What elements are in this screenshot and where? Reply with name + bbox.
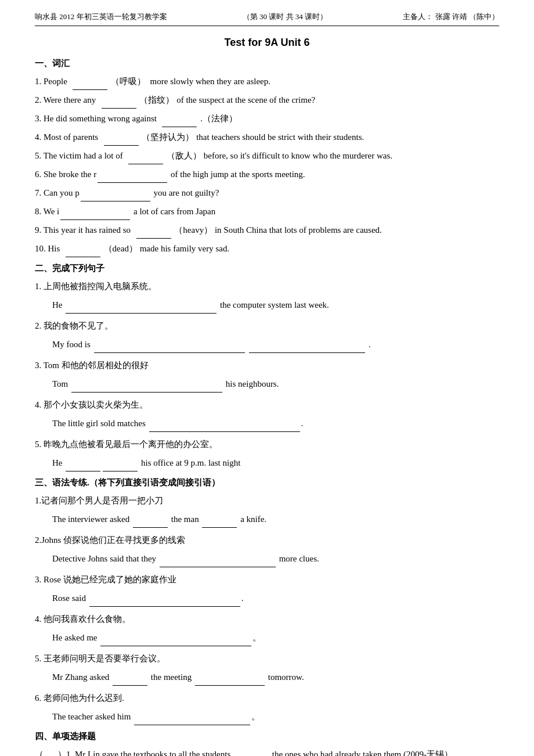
section2-title: 二、完成下列句子 xyxy=(35,263,499,274)
blank-1-1[interactable] xyxy=(73,81,107,90)
blank-2-4[interactable] xyxy=(149,423,300,432)
blank-3-4[interactable] xyxy=(100,637,251,646)
q2-3: 3. Tom 和他的邻居相处的很好 Tom his neighbours. xyxy=(35,357,499,393)
blank-3-2[interactable] xyxy=(160,558,276,567)
q1-8: 8. We i a lot of cars from Japan xyxy=(35,203,499,220)
q3-3: 3. Rose 说她已经完成了她的家庭作业 Rose said . xyxy=(35,571,499,607)
blank-1-3[interactable] xyxy=(162,118,197,127)
blank-1-8[interactable] xyxy=(60,211,130,220)
q2-2: 2. 我的食物不见了。 My food is . xyxy=(35,317,499,353)
section-vocabulary: 一、词汇 1. People （呼吸） more slowly when the… xyxy=(35,58,499,257)
q3-5: 5. 王老师问明天是否要举行会议。 Mr Zhang asked the mee… xyxy=(35,650,499,686)
q3-6: 6. 老师问他为什么迟到. The teacher asked him 。 xyxy=(35,689,499,725)
q1-7: 7. Can you p you are not guilty? xyxy=(35,184,499,201)
section3-title: 三、语法专练.（将下列直接引语变成间接引语） xyxy=(35,477,499,488)
section-sentences: 二、完成下列句子 1. 上周他被指控闯入电脑系统。 He the compute… xyxy=(35,263,499,471)
blank-1-9[interactable] xyxy=(136,229,171,239)
bracket-4-1[interactable] xyxy=(44,754,55,756)
section4-title: 四、单项选择题 xyxy=(35,731,499,742)
blank-2-2a[interactable] xyxy=(94,344,245,353)
q1-10: 10. His （dead） made his family very sad. xyxy=(35,240,499,257)
header-right: 主备人： 张露 许靖 （陈中） xyxy=(403,12,499,22)
header-left: 响水县 2012 年初三英语一轮复习教学案 xyxy=(35,12,167,22)
blank-2-3[interactable] xyxy=(71,383,222,393)
blank-4-1[interactable] xyxy=(234,754,269,756)
page-header: 响水县 2012 年初三英语一轮复习教学案 （第 30 课时 共 34 课时） … xyxy=(35,12,499,26)
section-grammar: 三、语法专练.（将下列直接引语变成间接引语） 1.记者问那个男人是否用一把小刀 … xyxy=(35,477,499,725)
blank-3-6[interactable] xyxy=(134,716,250,725)
section1-title: 一、词汇 xyxy=(35,58,499,69)
q1-1: 1. People （呼吸） more slowly when they are… xyxy=(35,73,499,90)
q1-6: 6. She broke the r of the high jump at t… xyxy=(35,165,499,183)
blank-3-3[interactable] xyxy=(89,597,240,607)
blank-2-1[interactable] xyxy=(66,304,217,314)
q3-4: 4. 他问我喜欢什么食物。 He asked me 。 xyxy=(35,610,499,646)
q1-5: 5. The victim had a lot of （敌人） before, … xyxy=(35,147,499,164)
header-center: （第 30 课时 共 34 课时） xyxy=(243,12,327,22)
q1-2: 2. Were there any （指纹） of the suspect at… xyxy=(35,91,499,109)
blank-1-10[interactable] xyxy=(66,248,100,257)
q1-3: 3. He did something wrong against .（法律） xyxy=(35,110,499,127)
blank-3-5a[interactable] xyxy=(113,676,147,686)
q1-9: 9. This year it has rained so （heavy） in… xyxy=(35,221,499,239)
blank-2-5a[interactable] xyxy=(66,462,100,471)
q2-1: 1. 上周他被指控闯入电脑系统。 He the computer system … xyxy=(35,278,499,314)
q3-2: 2.Johns 侦探说他们正在寻找更多的线索 Detective Johns s… xyxy=(35,531,499,567)
blank-2-2b[interactable] xyxy=(249,344,365,353)
blank-3-5b[interactable] xyxy=(195,676,265,686)
blank-1-6[interactable] xyxy=(98,174,167,183)
page-title: Test for 9A Unit 6 xyxy=(35,37,499,49)
section-choice: 四、单项选择题 （）1. Mr Lin gave the textbooks t… xyxy=(35,731,499,756)
blank-1-5[interactable] xyxy=(128,155,163,164)
blank-3-1a[interactable] xyxy=(133,519,168,528)
blank-1-4[interactable] xyxy=(104,136,139,146)
q3-1: 1.记者问那个男人是否用一把小刀 The interviewer asked t… xyxy=(35,492,499,528)
q2-4: 4. 那个小女孩以卖火柴为生。 The little girl sold mat… xyxy=(35,396,499,432)
blank-2-5b[interactable] xyxy=(103,462,138,471)
blank-3-1b[interactable] xyxy=(202,519,237,528)
q2-5: 5. 昨晚九点他被看见最后一个离开他的办公室。 He his office at… xyxy=(35,435,499,471)
q4-1: （）1. Mr Lin gave the textbooks to all th… xyxy=(35,746,499,756)
blank-1-2[interactable] xyxy=(102,99,136,109)
q1-4: 4. Most of parents （坚持认为） that teachers … xyxy=(35,128,499,146)
blank-1-7[interactable] xyxy=(81,192,150,201)
